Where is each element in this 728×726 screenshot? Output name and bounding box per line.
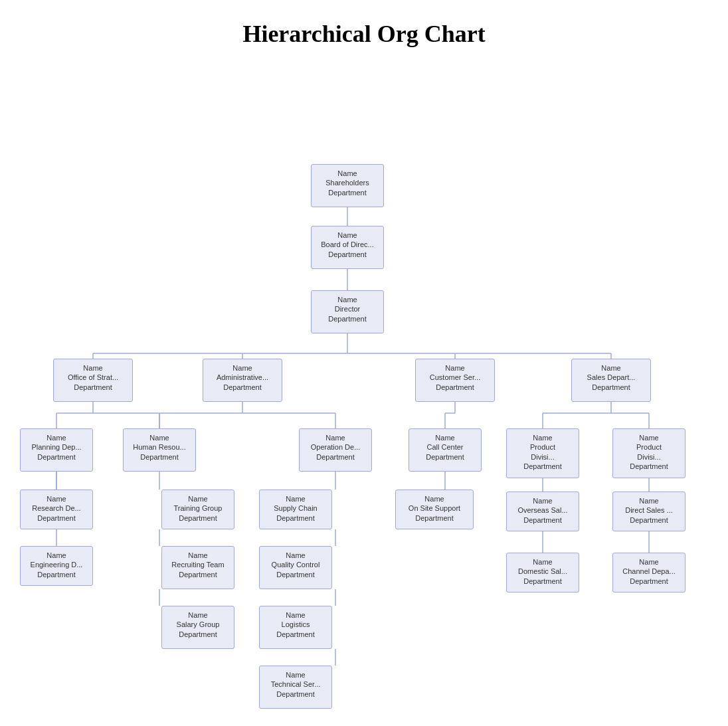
page-title: Hierarchical Org Chart [0, 0, 728, 61]
org-node-planning: NamePlanning Dep...Department [20, 428, 93, 472]
org-node-office_strat: NameOffice of Strat...Department [53, 359, 133, 402]
org-node-channel: NameChannel Depa...Department [612, 553, 685, 592]
org-node-human_res: NameHuman Resou...Department [123, 428, 196, 472]
org-node-bod: NameBoard of Direc...Department [311, 226, 384, 269]
org-node-admin: NameAdministrative...Department [203, 359, 282, 402]
org-node-salary: NameSalary GroupDepartment [161, 606, 234, 649]
org-node-product_div2: NameProductDivisi...Department [612, 428, 685, 478]
org-node-logistics: NameLogisticsDepartment [259, 606, 332, 649]
org-node-customer_ser: NameCustomer Ser...Department [415, 359, 495, 402]
org-node-quality: NameQuality ControlDepartment [259, 546, 332, 589]
org-node-engineering: NameEngineering D...Department [20, 546, 93, 586]
org-node-overseas_sal: NameOverseas Sal...Department [506, 492, 579, 531]
org-node-product_div1: NameProductDivisi...Department [506, 428, 579, 478]
org-node-direct_sales: NameDirect Sales ...Department [612, 492, 685, 531]
org-node-on_site: NameOn Site SupportDepartment [395, 490, 474, 529]
org-node-director: NameDirectorDepartment [311, 290, 384, 333]
org-node-technical: NameTechnical Ser...Department [259, 666, 332, 709]
org-node-shareholders: NameShareholdersDepartment [311, 164, 384, 207]
org-node-sales_dept: NameSales Depart...Department [571, 359, 651, 402]
org-node-call_center: NameCall CenterDepartment [409, 428, 482, 472]
org-node-operation: NameOperation De...Department [299, 428, 372, 472]
org-node-research: NameResearch De...Department [20, 490, 93, 529]
org-node-recruiting: NameRecruiting TeamDepartment [161, 546, 234, 589]
org-node-domestic_sal: NameDomestic Sal...Department [506, 553, 579, 592]
org-node-training: NameTraining GroupDepartment [161, 490, 234, 529]
org-node-supply_chain: NameSupply ChainDepartment [259, 490, 332, 529]
